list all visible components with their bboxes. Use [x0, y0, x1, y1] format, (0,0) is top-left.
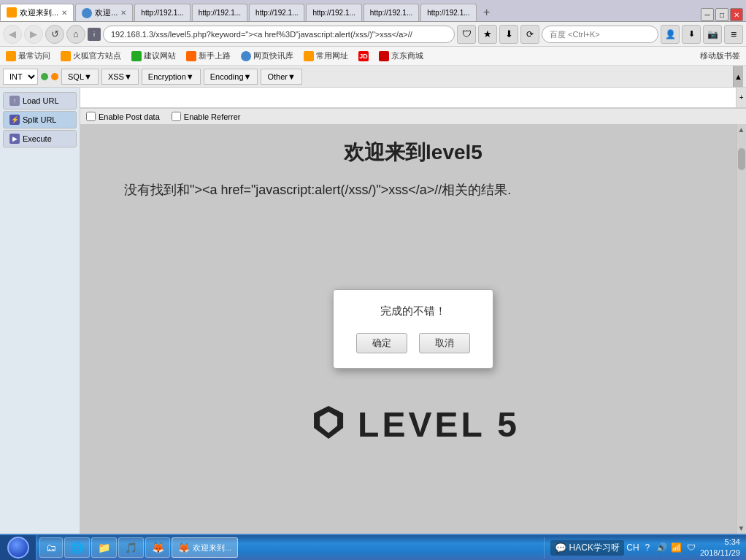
bookmark-xinshou[interactable]: 新手上路 [183, 50, 234, 62]
plugin-select[interactable]: INT [3, 69, 38, 85]
dialog-confirm-button[interactable]: 确定 [356, 333, 407, 353]
bookmark-icon-5 [304, 51, 314, 61]
bookmark-icon-6: JD [358, 51, 369, 61]
panel-scrollbar-up[interactable]: ▲ [733, 66, 743, 87]
clock-time: 5:34 [700, 537, 740, 548]
bookmark-icon-0 [6, 51, 16, 61]
taskbar-app-icon-explorer: 🗂 [46, 542, 56, 553]
dialog-cancel-button[interactable]: 取消 [419, 333, 470, 353]
xss-menu-button[interactable]: XSS▼ [101, 69, 139, 85]
taskbar-app-firefox-active[interactable]: 🦊 欢迎来到... [172, 537, 238, 558]
taskbar-app-folder[interactable]: 📁 [91, 537, 117, 558]
bookmark-jd-icon[interactable]: JD [355, 50, 372, 62]
split-icon: ⚡ [9, 115, 20, 125]
bookmark-label-3: 新手上路 [199, 50, 231, 61]
status-indicator-green [41, 73, 48, 80]
browser-window: 欢迎来到... ✕ 欢迎... ✕ http://192.1... http:/… [0, 0, 746, 534]
taskbar-app-explorer[interactable]: 🗂 [39, 537, 63, 558]
user-icon[interactable]: 👤 [661, 25, 680, 44]
xss-label: XSS▼ [108, 72, 132, 81]
bookmark-jd[interactable]: 京东商城 [376, 50, 426, 62]
enable-referrer-label[interactable]: Enable Referrer [172, 112, 241, 121]
bookmark-huhu[interactable]: 火狐官方站点 [58, 50, 124, 62]
enable-referrer-checkbox[interactable] [172, 112, 181, 121]
enable-post-text: Enable Post data [99, 112, 160, 121]
bookmark-icon-2 [131, 51, 142, 61]
tab-4[interactable]: http://192.1... [249, 4, 304, 21]
maximize-button[interactable]: □ [715, 8, 728, 21]
refresh-button[interactable]: ↺ [45, 25, 64, 44]
taskbar-app-ie[interactable]: 🌐 [64, 537, 90, 558]
encoding-menu-button[interactable]: Encoding▼ [204, 69, 258, 85]
minimize-button[interactable]: ─ [701, 8, 714, 21]
sql-label: SQL▼ [68, 72, 92, 81]
taskbar-apps: 🗂 🌐 📁 🎵 🦊 🦊 欢迎来到... [36, 537, 544, 558]
tray-security-icon[interactable]: 🛡 [685, 542, 697, 553]
taskbar-app-media[interactable]: 🎵 [118, 537, 144, 558]
shield-icon: 🛡 [457, 25, 476, 44]
tab-2[interactable]: http://192.1... [134, 4, 190, 21]
taskbar-app-icon-media: 🎵 [125, 542, 137, 553]
wechat-icon: 💬 [555, 542, 566, 553]
camera-icon[interactable]: 📷 [703, 25, 722, 44]
execute-label: Execute [23, 134, 52, 143]
start-orb [7, 537, 29, 559]
split-url-button[interactable]: ⚡ Split URL [3, 111, 77, 129]
search-input[interactable] [542, 26, 658, 43]
taskbar-app-label: 欢迎来到... [193, 542, 231, 553]
more-icon[interactable]: ≡ [724, 25, 743, 44]
taskbar-app-firefox[interactable]: 🦊 [145, 537, 170, 558]
sql-menu-button[interactable]: SQL▼ [61, 69, 99, 85]
tab-3[interactable]: http://192.1... [192, 4, 247, 21]
taskbar: 🗂 🌐 📁 🎵 🦊 🦊 欢迎来到... 💬 HACK学习呀 CH ? 🔊 📶 🛡 [0, 534, 746, 560]
bookmark-label-5: 常用网址 [316, 50, 348, 61]
tray-network-icon[interactable]: 📶 [671, 542, 682, 553]
tab-6[interactable]: http://192.1... [364, 4, 419, 21]
download2-icon[interactable]: ⬇ [682, 25, 701, 44]
tray-volume-icon[interactable]: 🔊 [656, 542, 668, 553]
bookmark-zuichang[interactable]: 最常访问 [3, 50, 53, 62]
start-button[interactable] [0, 535, 36, 560]
clock-date: 2018/11/29 [700, 548, 740, 559]
tab-label-4: http://192.1... [255, 9, 298, 17]
page-background: 欢迎来到level5 没有找到和"><a href="javascript:al… [80, 124, 746, 534]
tab-1[interactable]: 欢迎... ✕ [75, 4, 133, 21]
taskbar-tray: 💬 HACK学习呀 CH ? 🔊 📶 🛡 5:34 2018/11/29 [544, 537, 746, 559]
tab-label-2: http://192.1... [141, 9, 183, 17]
bookmark-icon-4 [241, 51, 251, 61]
bookmark-jianyi[interactable]: 建议网站 [128, 50, 179, 62]
encryption-label: Encryption▼ [148, 72, 194, 81]
download-icon[interactable]: ⬇ [499, 25, 518, 44]
execute-button[interactable]: ▶ Execute [3, 130, 77, 147]
tab-label-5: http://192.1... [312, 9, 355, 17]
home-button[interactable]: ⌂ [66, 25, 85, 44]
encryption-menu-button[interactable]: Encryption▼ [142, 69, 201, 85]
tab-7[interactable]: http://192.1... [420, 4, 476, 21]
tab-5[interactable]: http://192.1... [306, 4, 361, 21]
tab-bar: 欢迎来到... ✕ 欢迎... ✕ http://192.1... http:/… [0, 0, 746, 22]
url-row-button[interactable]: + [736, 88, 746, 107]
plugin-url-row: + [80, 88, 746, 108]
close-button[interactable]: ✕ [730, 8, 743, 21]
other-menu-button[interactable]: Other▼ [261, 69, 301, 85]
enable-post-label[interactable]: Enable Post data [86, 112, 160, 121]
new-tab-button[interactable]: + [478, 4, 496, 21]
plugin-url-input[interactable] [80, 89, 736, 107]
reload-icon[interactable]: ⟳ [520, 25, 539, 44]
load-url-button[interactable]: ↑ Load URL [3, 92, 77, 110]
tab-label-6: http://192.1... [370, 9, 412, 17]
forward-button[interactable]: ▶ [24, 25, 43, 44]
tab-close-0[interactable]: ✕ [61, 9, 67, 17]
address-input[interactable] [103, 26, 455, 43]
security-icon: i [88, 28, 101, 41]
tab-close-1[interactable]: ✕ [120, 9, 126, 17]
tray-help-icon: ? [642, 542, 653, 553]
tab-active[interactable]: 欢迎来到... ✕ [0, 4, 74, 21]
back-button[interactable]: ◀ [3, 25, 22, 44]
bookmark-mobile[interactable]: 移动版书签 [697, 50, 743, 62]
enable-post-checkbox[interactable] [86, 112, 96, 121]
bookmark-kuaixun[interactable]: 网页快讯库 [238, 50, 296, 62]
bookmark-changyong[interactable]: 常用网址 [301, 50, 351, 62]
bookmark-star-icon[interactable]: ★ [478, 25, 497, 44]
bookmark-icon-3 [186, 51, 196, 61]
